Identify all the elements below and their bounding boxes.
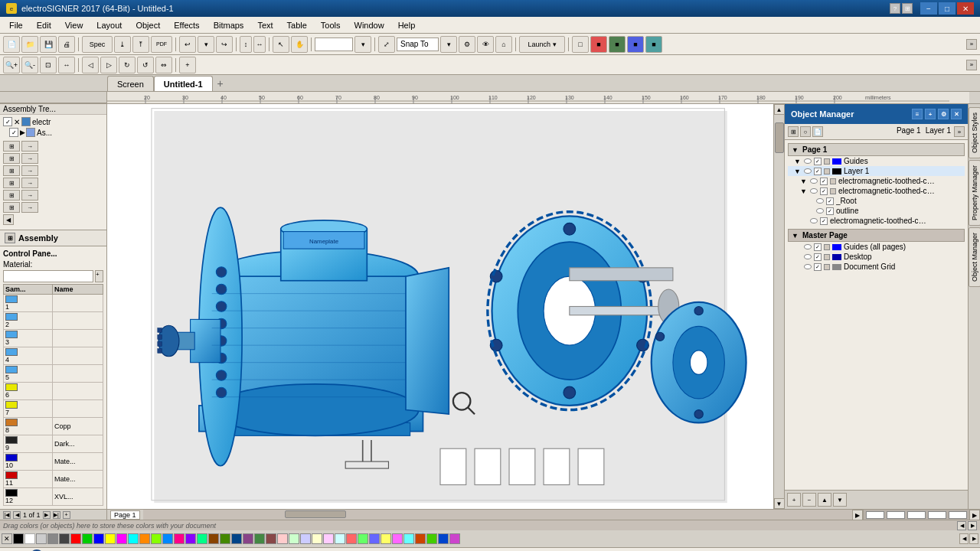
rp-move-up-btn[interactable]: ▲: [818, 493, 831, 507]
material-row[interactable]: 12 XVL...: [4, 488, 103, 506]
palette-swatch-cobalt[interactable]: [438, 533, 449, 544]
add-page-btn[interactable]: +: [179, 57, 196, 73]
palette-swatch-violet[interactable]: [185, 533, 196, 544]
rp-del-layer-btn[interactable]: −: [802, 493, 816, 507]
material-row[interactable]: 2: [4, 312, 103, 330]
expand-btn-9[interactable]: ⊞: [3, 190, 20, 201]
expand-btn-10[interactable]: →: [21, 190, 38, 201]
expand-btn-12[interactable]: →: [21, 202, 38, 213]
rp-guides-lock[interactable]: [824, 158, 830, 165]
rp-tb-pages[interactable]: 📄: [812, 126, 823, 137]
tab-add-button[interactable]: +: [213, 76, 228, 91]
zoom-fit-page[interactable]: ⊡: [40, 57, 57, 73]
side-tab-object-styles[interactable]: Object Styles: [969, 107, 981, 158]
expand-btn-3[interactable]: ⊞: [3, 153, 20, 164]
page-thumb-5[interactable]: [949, 511, 967, 519]
rp-item4-check[interactable]: ✓: [826, 207, 834, 215]
rp-move-down-btn[interactable]: ▼: [833, 493, 847, 507]
page-thumb-3[interactable]: [907, 511, 926, 519]
material-row[interactable]: 10 Mate...: [4, 453, 103, 471]
palette-swatch-green[interactable]: [82, 533, 93, 544]
rp-layer1-check[interactable]: ✓: [814, 168, 822, 175]
palette-swatch-white[interactable]: [24, 533, 35, 544]
rp-item3-eye[interactable]: [816, 198, 824, 204]
rp-item1-check[interactable]: ✓: [820, 178, 828, 185]
palette-swatch-red[interactable]: [70, 533, 81, 544]
menu-window[interactable]: Window: [348, 19, 390, 31]
palette-swatch-yellow[interactable]: [105, 533, 116, 544]
print-button[interactable]: 🖨: [58, 36, 75, 53]
rp-item3[interactable]: ✓ _Root: [788, 196, 965, 206]
palette-swatch-yellowl[interactable]: [312, 533, 322, 544]
rp-master-expand[interactable]: ▼: [792, 232, 799, 240]
view1-btn[interactable]: □: [572, 36, 589, 53]
material-row[interactable]: 1: [4, 295, 103, 312]
hint-bar-right[interactable]: ▶: [968, 521, 977, 530]
menu-tools[interactable]: Tools: [315, 19, 347, 31]
rp-mgrid-check[interactable]: ✓: [814, 263, 822, 271]
palette-swatch-mauve[interactable]: [449, 533, 460, 544]
rp-item2-check[interactable]: ✓: [820, 187, 828, 195]
view5-btn[interactable]: ■: [645, 36, 662, 53]
rp-layer1-expand[interactable]: ▼: [794, 168, 802, 175]
page-thumb-2[interactable]: [887, 511, 905, 519]
page-thumb-4[interactable]: [928, 511, 946, 519]
palette-swatch-mint[interactable]: [358, 533, 368, 544]
palette-swatch-butter[interactable]: [381, 533, 391, 544]
nav-right[interactable]: ▷: [100, 57, 117, 73]
rp-guides-row[interactable]: ▼ ✓ Guides: [788, 156, 965, 166]
material-row[interactable]: 6: [4, 383, 103, 400]
menu-layout[interactable]: Layout: [90, 19, 128, 31]
material-search-input[interactable]: [3, 270, 93, 282]
palette-swatch-lgray[interactable]: [36, 533, 47, 544]
rp-master-desktop[interactable]: ✓ Desktop: [788, 252, 965, 262]
hint-bar-left[interactable]: ◀: [957, 521, 966, 530]
nav-left[interactable]: ◁: [82, 57, 99, 73]
rp-master-page-header[interactable]: ▼ Master Page: [788, 229, 965, 242]
rp-item5-check[interactable]: ✓: [820, 217, 828, 225]
expand-btn-2[interactable]: →: [21, 141, 38, 152]
hscroll-thumb-right[interactable]: ▶: [969, 510, 980, 520]
tree-root-checkbox[interactable]: ✓: [3, 117, 12, 126]
palette-swatch-aqua[interactable]: [335, 533, 345, 544]
page-add-btn[interactable]: +: [63, 511, 70, 519]
zoom-in-btn[interactable]: 🔍+: [3, 57, 20, 73]
material-add-btn[interactable]: +: [95, 270, 103, 282]
vscroll-up-arrow[interactable]: ▲: [774, 104, 785, 115]
palette-swatch-pinkl[interactable]: [277, 533, 288, 544]
material-row[interactable]: 3: [4, 330, 103, 347]
zoom-fit-width[interactable]: ↔: [58, 57, 75, 73]
vertical-scrollbar[interactable]: ▲ ▼: [773, 104, 784, 509]
new-button[interactable]: 📄: [3, 36, 20, 53]
rp-item1-eye[interactable]: [810, 178, 818, 184]
menu-table[interactable]: Table: [281, 19, 313, 31]
rp-md-eye[interactable]: [804, 254, 812, 259]
hscroll-thumb[interactable]: [285, 510, 346, 518]
rp-icon-close[interactable]: ✕: [951, 109, 962, 119]
palette-swatch-blue[interactable]: [93, 533, 104, 544]
tree-as-checkbox[interactable]: ✓: [9, 128, 18, 137]
tree-as-item[interactable]: ✓ ▶ As...: [2, 127, 105, 138]
expand-btn-8[interactable]: →: [21, 178, 38, 188]
rp-md-check[interactable]: ✓: [814, 253, 822, 261]
palette-swatch-black[interactable]: [13, 533, 24, 544]
page-last-btn[interactable]: ▶|: [53, 511, 60, 519]
material-row[interactable]: 4: [4, 347, 103, 365]
tree-root-close-icon[interactable]: ✕: [14, 118, 20, 126]
expand-btn-4[interactable]: →: [21, 153, 38, 164]
rp-master-grid[interactable]: ✓ Document Grid: [788, 262, 965, 272]
nav-rotate-cw[interactable]: ↻: [119, 57, 136, 73]
palette-swatch-forest[interactable]: [254, 533, 265, 544]
open-button[interactable]: 📁: [21, 36, 38, 53]
undo-dropdown[interactable]: ▾: [198, 36, 214, 53]
side-tab-property-manager[interactable]: Property Manager: [969, 160, 981, 226]
palette-swatch-dgray[interactable]: [59, 533, 70, 544]
vscroll-thumb[interactable]: [775, 122, 784, 153]
vscroll-track[interactable]: [774, 115, 785, 498]
palette-scroll-left[interactable]: ◀: [959, 533, 969, 544]
view4-btn[interactable]: ■: [627, 36, 644, 53]
redo-btn[interactable]: ↪: [216, 36, 233, 53]
menu-view[interactable]: View: [59, 19, 90, 31]
palette-swatch-spring[interactable]: [197, 533, 207, 544]
page-prev-btn[interactable]: ◀: [13, 511, 21, 519]
